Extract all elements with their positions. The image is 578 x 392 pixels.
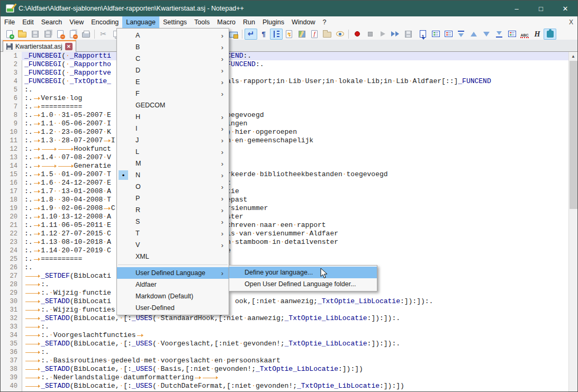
bookmark-list-icon [432, 31, 440, 37]
sync-scrolling-icon [229, 32, 238, 38]
code-line: 39:.·Nederlandstalige·datumformattering [1, 373, 569, 382]
document-map-icon[interactable] [295, 29, 308, 40]
collapse-level-icon[interactable] [467, 29, 480, 40]
code-line: 23:.1.13·08-10-2018·A n·stamboom·in·deta… [1, 238, 569, 247]
macro-run-multiple-icon[interactable] [389, 29, 402, 40]
menu-item-label: C [136, 55, 140, 62]
plugins-admin-icon[interactable] [544, 29, 556, 40]
code-text: :.1.5··01-09-2007·T rkeerde·bibliotheekb… [22, 170, 569, 179]
language-menu-item-d[interactable]: D› [117, 65, 229, 76]
monitoring-icon[interactable] [333, 29, 346, 40]
user-define-dialog-icon [286, 30, 292, 38]
udl-submenu-item-define-your-language[interactable]: Define your language... [229, 267, 377, 278]
language-menu-item-e[interactable]: E› [117, 76, 229, 88]
menu-item-label: H [136, 113, 140, 121]
unfold-all-icon[interactable] [493, 29, 505, 40]
line-number: 22 [1, 230, 22, 238]
uncollapse-level-icon[interactable] [480, 29, 493, 40]
language-menu-item-s[interactable]: S› [117, 216, 229, 227]
line-number: 31 [1, 306, 22, 314]
menubar-item-language[interactable]: Language [122, 16, 159, 28]
language-menu-item-l[interactable]: L› [117, 146, 229, 158]
language-menu-item-o[interactable]: O› [117, 181, 229, 193]
menubar-item-view[interactable]: View [66, 16, 87, 28]
menubar-item-run[interactable]: Run [239, 16, 259, 28]
code-text: :.1.4··07-08-2007·V [22, 153, 569, 162]
bookmark-list-icon[interactable] [429, 29, 442, 40]
word-wrap-icon[interactable] [245, 29, 257, 40]
menubar-item-file[interactable]: File [1, 16, 19, 28]
language-menu-item-xml[interactable]: XML [117, 251, 229, 262]
editor-pane[interactable]: 1_FUNCBEGI(·_Rapportti CEND:.2_FUNCBEGI(… [1, 52, 569, 392]
tab-arrow-mark [24, 297, 41, 306]
menubar-item-plugins[interactable]: Plugins [259, 16, 288, 28]
scroll-up-icon[interactable]: ▲ [569, 52, 577, 61]
vertical-scrollbar[interactable]: ▲ [568, 52, 577, 392]
language-menu-item-gedcom[interactable]: GEDCOM [117, 99, 229, 111]
tab-arrow-mark [194, 373, 202, 382]
language-menu-item-user-defined-language[interactable]: User Defined Language› [117, 267, 229, 279]
minimize-button[interactable]: – [504, 1, 529, 16]
language-menu-item-j[interactable]: J› [117, 134, 229, 146]
tab-close-icon[interactable]: ✕ [65, 43, 73, 50]
language-menu-item-user-defined[interactable]: User-Defined [117, 302, 229, 314]
fold-all-icon[interactable] [455, 29, 467, 40]
language-menu-item-f[interactable]: F› [117, 88, 229, 99]
print-icon[interactable] [79, 29, 92, 40]
language-menu-item-n[interactable]: •N› [117, 169, 229, 181]
code-text: :.Generatie [22, 162, 569, 170]
close-button[interactable]: ✕ [553, 1, 577, 16]
menubar-item-settings[interactable]: Settings [159, 16, 191, 28]
function-list-icon[interactable] [308, 29, 321, 40]
language-menu-item-t[interactable]: T› [117, 227, 229, 239]
close-all-icon[interactable] [67, 29, 79, 40]
menubar-item-edit[interactable]: Edit [19, 16, 38, 28]
code-line: 5:. [1, 86, 569, 94]
close-file-icon[interactable] [54, 29, 67, 40]
code-line: 12:.Hookfunct [1, 145, 569, 153]
menu-item-label: I [136, 125, 137, 132]
doc-switcher-icon[interactable] [505, 29, 518, 40]
new-file-icon[interactable] [3, 29, 16, 40]
code-line: 15:.1.5··01-09-2007·T rkeerde·bibliothee… [1, 170, 569, 179]
tab-arrow-mark [136, 331, 144, 340]
show-all-characters-icon[interactable] [257, 29, 270, 40]
language-menu-item-aldfaer[interactable]: Aldfaer [117, 279, 229, 290]
menubar-item-[interactable]: ? [319, 16, 330, 28]
language-menu-item-b[interactable]: B› [117, 41, 229, 53]
macro-record-icon[interactable] [351, 29, 364, 40]
language-menu-item-h[interactable]: H› [117, 111, 229, 123]
folder-as-workspace-icon[interactable] [321, 29, 333, 40]
language-menu-item-a[interactable]: A› [117, 30, 229, 41]
tab-kwartierstaat[interactable]: Kwartierstaat.asj ✕ [3, 40, 76, 52]
first-bookmark-icon[interactable] [417, 29, 429, 40]
scrollbar-thumb[interactable] [570, 61, 577, 209]
code-line: 10:.1.2··23-06-2007·K )·hier·opgeroepen [1, 128, 569, 136]
user-define-dialog-icon[interactable] [283, 29, 295, 40]
menu-item-label: O [136, 183, 141, 190]
code-text: _SETADD(BibLocatie,·[:_USES(·Basis,[:nie… [22, 365, 569, 373]
menubar-item-macro[interactable]: Macro [213, 16, 239, 28]
spell-check-icon [520, 29, 528, 39]
spell-check-icon[interactable] [518, 29, 531, 40]
indent-guide-icon[interactable] [270, 29, 283, 40]
bookmark-clear-icon[interactable] [442, 29, 455, 40]
open-file-icon[interactable] [16, 29, 29, 40]
menubar-item-search[interactable]: Search [38, 16, 66, 28]
menubar-item-window[interactable]: Window [288, 16, 319, 28]
menubar-item-tools[interactable]: Tools [191, 16, 213, 28]
menubar-close-icon[interactable]: X [569, 16, 573, 28]
language-menu-item-m[interactable]: M› [117, 158, 229, 169]
line-number: 17 [1, 187, 22, 196]
language-menu-item-r[interactable]: R› [117, 204, 229, 216]
language-menu-item-i[interactable]: I› [117, 123, 229, 134]
language-menu-item-c[interactable]: C› [117, 53, 229, 65]
html-preview-icon[interactable] [531, 29, 544, 40]
udl-submenu-item-open-user-defined-language-folder[interactable]: Open User Defined Language folder... [229, 278, 377, 290]
language-menu-item-v[interactable]: V› [117, 239, 229, 251]
menubar-item-encoding[interactable]: Encoding [87, 16, 122, 28]
language-menu-item-markdown-default[interactable]: Markdown (Default) [117, 290, 229, 302]
line-number: 13 [1, 153, 22, 162]
language-menu-item-p[interactable]: P› [117, 193, 229, 204]
maximize-button[interactable]: □ [529, 1, 553, 16]
